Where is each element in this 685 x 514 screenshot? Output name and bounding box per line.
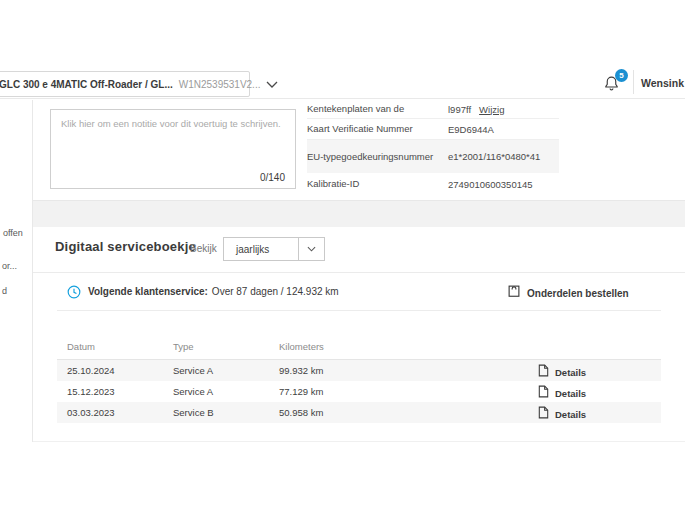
view-period-select[interactable]: jaarlijks [223, 237, 325, 261]
left-sidebar: offen or... d [0, 100, 33, 442]
detail-row-calibration-id: Kalibratie-ID 2749010600350145 [307, 173, 559, 195]
notifications-button[interactable]: 5 [602, 69, 630, 95]
vehicle-note-box: 0/140 [50, 109, 296, 189]
view-label: Bekijk [190, 243, 217, 254]
order-parts-button[interactable]: Onderdelen bestellen [508, 284, 629, 302]
user-menu[interactable]: Wensink B [641, 77, 685, 89]
column-header-kilometers: Kilometers [279, 341, 324, 352]
sidebar-item-fragment[interactable]: or... [2, 261, 17, 271]
chevron-down-icon [299, 246, 324, 252]
details-button[interactable]: Details [538, 405, 586, 423]
table-row: 15.12.2023 Service A 77.129 km Details [57, 381, 661, 402]
cell-date: 25.10.2024 [67, 365, 115, 376]
detail-value: e1*2001/116*0480*41 [448, 151, 540, 162]
column-header-type: Type [173, 341, 194, 352]
detail-row-card-verification: Kaart Verificatie Nummer E9D6944A [307, 119, 559, 140]
details-button[interactable]: Details [538, 363, 586, 381]
top-header: GLC 300 e 4MATIC Off-Roader / GL... W1N2… [0, 0, 685, 99]
detail-label: Kaart Verificatie Nummer [307, 123, 448, 135]
vehicle-model-label: GLC 300 e 4MATIC Off-Roader / GL... [0, 79, 173, 90]
next-service-value: Over 87 dagen / 124.932 km [212, 286, 339, 297]
next-service-bar: Volgende klantenservice:Over 87 dagen / … [57, 273, 661, 311]
table-row: 03.03.2023 Service B 50.958 km Details [57, 402, 661, 423]
app-screen: GLC 300 e 4MATIC Off-Roader / GL... W1N2… [0, 0, 685, 514]
notification-badge: 5 [615, 69, 628, 82]
table-header-row: Datum Type Kilometers [57, 335, 661, 360]
vehicle-selector[interactable]: GLC 300 e 4MATIC Off-Roader / GL... W1N2… [0, 71, 250, 97]
document-icon [538, 363, 549, 381]
shopping-bag-icon [508, 284, 520, 302]
section-title: Digitaal serviceboekje [55, 239, 196, 254]
edit-link[interactable]: Wijzig [479, 104, 504, 115]
vehicle-vin-label: W1N2539531V2... [179, 79, 261, 90]
details-button[interactable]: Details [538, 384, 586, 402]
cell-date: 03.03.2023 [67, 407, 115, 418]
sidebar-item-fragment[interactable]: offen [3, 228, 23, 238]
detail-label: Kalibratie-ID [307, 178, 448, 190]
cell-type: Service A [173, 386, 213, 397]
vehicle-details-list: Kentekenplaten van de l997ff Wijzig Kaar… [307, 100, 559, 195]
note-char-counter: 0/140 [260, 172, 285, 183]
details-label: Details [555, 409, 586, 420]
detail-value: E9D6944A [448, 124, 494, 135]
detail-value: l997ff [448, 104, 471, 115]
cell-kilometers: 50.958 km [279, 407, 323, 418]
section-gap [33, 201, 685, 227]
service-history-table: Datum Type Kilometers 25.10.2024 Service… [57, 335, 661, 423]
cell-type: Service B [173, 407, 214, 418]
cell-kilometers: 77.129 km [279, 386, 323, 397]
detail-label: Kentekenplaten van de [307, 103, 448, 115]
sidebar-item-fragment[interactable]: d [2, 286, 7, 296]
column-header-date: Datum [67, 341, 95, 352]
detail-row-eu-approval: EU-typegoedkeuringsnummer e1*2001/116*04… [307, 140, 559, 173]
order-parts-label: Onderdelen bestellen [527, 288, 629, 299]
table-row: 25.10.2024 Service A 99.932 km Details [57, 360, 661, 381]
header-divider [633, 70, 634, 94]
service-book-card: Digitaal serviceboekje Bekijk jaarlijks … [33, 227, 685, 442]
vehicle-note-input[interactable] [51, 110, 295, 168]
document-icon [538, 405, 549, 423]
details-label: Details [555, 367, 586, 378]
cell-date: 15.12.2023 [67, 386, 115, 397]
next-service-text: Volgende klantenservice:Over 87 dagen / … [88, 286, 339, 297]
view-selected-value: jaarlijks [224, 244, 269, 255]
document-icon [538, 384, 549, 402]
vehicle-info-card: 0/140 Kentekenplaten van de l997ff Wijzi… [33, 100, 685, 201]
details-label: Details [555, 388, 586, 399]
cell-kilometers: 99.932 km [279, 365, 323, 376]
detail-label: EU-typegoedkeuringsnummer [307, 151, 448, 163]
next-service-label: Volgende klantenservice: [88, 286, 208, 297]
cell-type: Service A [173, 365, 213, 376]
clock-icon [67, 285, 81, 299]
detail-value: 2749010600350145 [448, 179, 533, 190]
chevron-down-icon [266, 81, 278, 88]
detail-row-license: Kentekenplaten van de l997ff Wijzig [307, 100, 559, 119]
